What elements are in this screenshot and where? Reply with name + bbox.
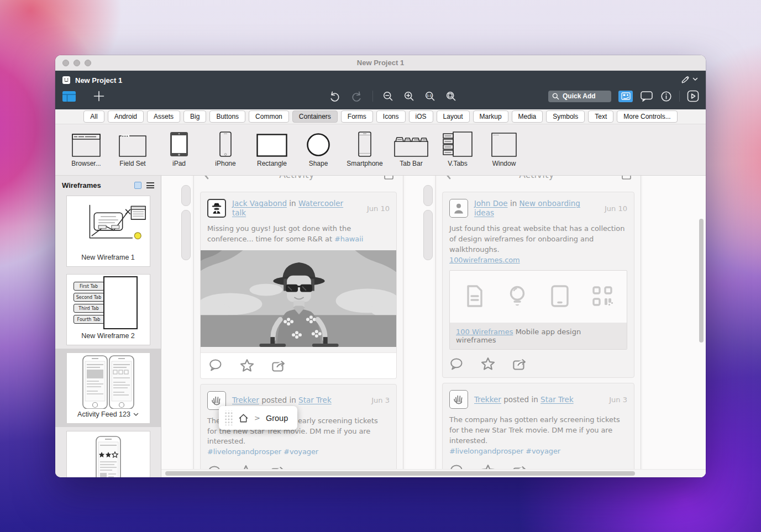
post-john-doe[interactable]: John Doe in New onboarding ideas Jun 10 … (442, 192, 634, 378)
zoom-out-button[interactable] (382, 91, 394, 102)
post-text: The company has gotten early screening t… (449, 415, 627, 456)
palette-item-iphone[interactable]: iPhone (202, 129, 249, 167)
export-icon (384, 176, 396, 180)
sidebar-item-wireframe-1[interactable]: New Wireframe 1 (55, 192, 161, 270)
post-byline: Jack Vagabond in Watercooler talk (232, 199, 356, 218)
quick-add-input[interactable]: Quick Add (548, 91, 611, 102)
wireframe-2-thumbnail: First Tab Second Tab Third Tab Fourth Ta… (67, 275, 150, 331)
panel-toggle-button[interactable] (62, 91, 76, 102)
group-breadcrumb-tooltip[interactable]: > Group (219, 406, 297, 430)
category-tab[interactable]: Containers (292, 110, 338, 123)
category-tab[interactable]: Big (183, 110, 206, 123)
comment-icon (208, 359, 223, 372)
palette-item-shape[interactable]: Shape (295, 129, 342, 167)
feed-title: Activity (452, 176, 621, 180)
author-link[interactable]: Trekker (474, 395, 501, 404)
preview-caption: 100 Wireframes Mobile app design wirefra… (450, 323, 627, 349)
author-link[interactable]: John Doe (474, 199, 508, 208)
info-icon (660, 91, 672, 102)
category-tab[interactable]: Assets (147, 110, 180, 123)
sidebar-item-wireframe-2[interactable]: First Tab Second Tab Third Tab Fourth Ta… (55, 270, 161, 349)
palette-item-browser[interactable]: Browser... (63, 129, 109, 167)
topic-link[interactable]: Star Trek (298, 396, 332, 404)
zoom-to-fit-button[interactable] (445, 91, 457, 102)
grid-view-icon[interactable] (134, 182, 141, 189)
category-tab[interactable]: Buttons (209, 110, 245, 123)
canvas-rect (103, 276, 138, 329)
back-chevron-icon (201, 176, 210, 180)
horizontal-scrollbar-thumb[interactable] (165, 471, 635, 476)
category-tab[interactable]: iOS (409, 110, 433, 123)
undo-button[interactable] (328, 90, 341, 103)
drag-handle-icon[interactable] (224, 410, 233, 425)
ui-library-button[interactable] (618, 91, 633, 102)
sidebar-title: Wireframes (62, 181, 134, 189)
category-tab[interactable]: Icons (376, 110, 406, 123)
comments-button[interactable] (640, 91, 653, 102)
category-tab[interactable]: More Controls... (617, 110, 677, 123)
category-tab[interactable]: Forms (341, 110, 373, 123)
sidebar-item-activity-feed[interactable]: Activity Feed 123 (55, 349, 161, 427)
palette-item-vtabs[interactable]: V.Tabs (434, 129, 481, 167)
wireframe-4-thumbnail (67, 431, 150, 477)
component-palette: Browser... Field Set iPad (55, 124, 706, 176)
home-icon[interactable] (238, 413, 249, 423)
palette-item-smartphone[interactable]: Smartphone (342, 129, 388, 167)
vertical-scrollbar[interactable] (699, 219, 704, 343)
author-link[interactable]: Trekker (232, 396, 259, 404)
post-trekker-1[interactable]: Trekker posted in Star Trek Jun 3 The co… (442, 383, 634, 477)
project-document-icon (62, 76, 71, 85)
hashtag-link[interactable]: #hawaii (334, 235, 363, 243)
category-tab[interactable]: Media (512, 110, 543, 123)
topic-link[interactable]: Star Trek (540, 395, 574, 404)
wireframe-phone-right[interactable]: Activity (435, 176, 641, 477)
palette-item-ipad[interactable]: iPad (156, 129, 202, 167)
zoom-actual-size-button[interactable]: 1:1 (424, 91, 436, 102)
horizontal-scrollbar-track[interactable] (161, 469, 706, 477)
hashtag-link[interactable]: #livelongandprosper #voyager (449, 447, 560, 455)
edit-mode-menu[interactable] (680, 74, 698, 84)
chevron-down-icon[interactable] (133, 413, 139, 417)
zoom-in-button[interactable] (403, 91, 415, 102)
preview-link[interactable]: 100 Wireframes (456, 328, 513, 336)
window-icon (491, 129, 517, 160)
category-tab[interactable]: Symbols (546, 110, 585, 123)
minimize-button[interactable] (74, 60, 80, 66)
wireframe-phone-left[interactable]: Activity (193, 176, 403, 477)
hashtag-link[interactable]: #livelongandprosper #voyager (207, 447, 318, 456)
zoom-button[interactable] (85, 60, 91, 66)
palette-item-window[interactable]: Window (481, 129, 527, 167)
layout-panel-icon (62, 91, 76, 102)
tablet-icon (547, 283, 573, 309)
website-link[interactable]: 100wireframes.com (449, 256, 520, 264)
sticky-note-icon (134, 233, 141, 239)
category-tab[interactable]: Text (588, 110, 613, 123)
post-date: Jun 3 (371, 396, 390, 404)
link-preview-card[interactable]: 100 Wireframes Mobile app design wirefra… (449, 270, 627, 350)
undo-icon (328, 90, 341, 103)
category-tab[interactable]: Layout (437, 110, 470, 123)
category-tab[interactable]: Markup (473, 110, 508, 123)
author-link[interactable]: Jack Vagabond (232, 199, 287, 208)
palette-item-tab-bar[interactable]: Tab Bar (388, 129, 434, 167)
share-icon (512, 357, 527, 371)
post-byline: John Doe in New onboarding ideas (474, 199, 594, 218)
present-button[interactable] (687, 90, 699, 102)
category-tab[interactable]: Common (249, 110, 289, 123)
editor-canvas[interactable]: Activity (161, 176, 706, 477)
category-tab[interactable]: All (83, 110, 104, 123)
add-wireframe-button[interactable] (93, 90, 105, 102)
palette-item-rectangle[interactable]: Rectangle (249, 129, 295, 167)
category-tab[interactable]: Android (108, 110, 144, 123)
preview-icons (450, 271, 627, 323)
close-button[interactable] (62, 60, 69, 66)
sidebar-item-wireframe-4[interactable] (55, 427, 161, 477)
redo-button[interactable] (350, 90, 363, 103)
zoom-out-icon (382, 91, 394, 102)
list-view-icon[interactable] (146, 182, 154, 188)
info-button[interactable] (660, 91, 672, 102)
spy-avatar-icon (207, 199, 226, 218)
post-jack-vagabond[interactable]: Jack Vagabond in Watercooler talk Jun 10… (200, 192, 397, 379)
palette-item-field-set[interactable]: Field Set (109, 129, 156, 167)
post-trekker-1[interactable]: Trekker posted in Star Trek Jun 3 The co… (200, 384, 397, 477)
